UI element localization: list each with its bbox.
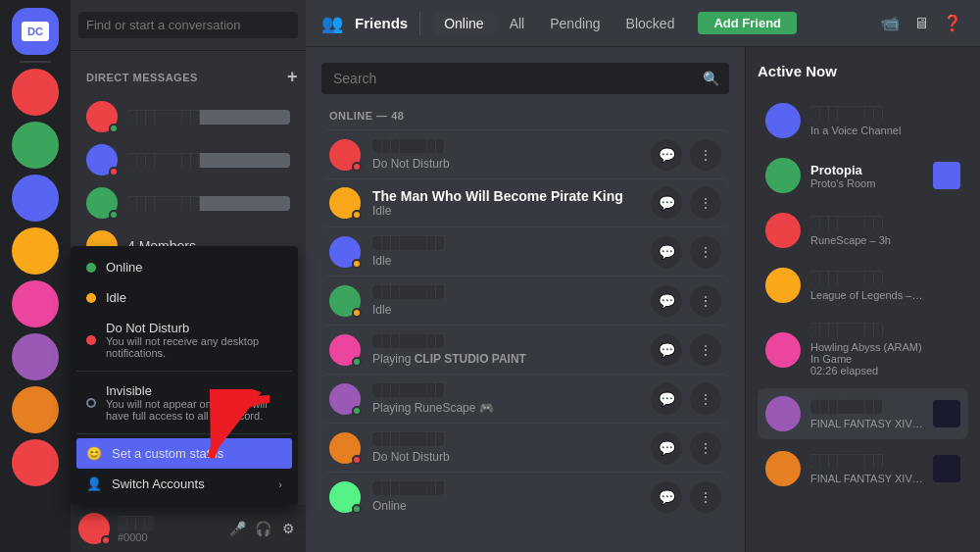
dm-name: ████████ <box>127 110 290 125</box>
active-item[interactable]: ████████ FINAL FANTASY XIV – 1m <box>758 443 968 494</box>
ctx-custom-status[interactable]: 😊 Set a custom status <box>76 438 292 469</box>
friend-item[interactable]: The Man Who Will Become Pirate King Idle… <box>321 178 729 226</box>
friend-actions: 💬 ⋮ <box>651 383 721 415</box>
server-icon-5[interactable] <box>12 280 59 327</box>
friend-item[interactable]: ████████ Playing RuneScape 🎮 💬 ⋮ <box>321 374 729 423</box>
dm-add-button[interactable]: + <box>287 67 298 87</box>
tab-blocked[interactable]: Blocked <box>614 12 687 35</box>
add-friend-button[interactable]: Add Friend <box>698 12 797 34</box>
friend-item[interactable]: ████████ Idle 💬 ⋮ <box>321 276 729 325</box>
active-name: ████████ <box>810 399 883 414</box>
avatar-wrap <box>765 332 801 368</box>
avatar-wrap <box>86 144 118 176</box>
more-button[interactable]: ⋮ <box>690 432 721 464</box>
context-menu: Online Idle Do Not Disturb You will not … <box>71 246 298 505</box>
dm-item[interactable]: ████████ <box>78 138 298 181</box>
ctx-switch-accounts[interactable]: 👤 Switch Accounts › <box>76 469 292 499</box>
friend-item[interactable]: ████████ Do Not Disturb 💬 ⋮ <box>321 423 729 472</box>
ctx-custom-label: Set a custom status <box>112 446 223 461</box>
game-icon <box>933 336 960 364</box>
friend-status: Playing RuneScape 🎮 <box>372 401 639 415</box>
ctx-dnd[interactable]: Do Not Disturb You will not receive any … <box>76 313 292 367</box>
tab-all[interactable]: All <box>498 12 537 35</box>
server-icon-4[interactable] <box>12 227 59 275</box>
video-icon[interactable]: 📹 <box>878 12 902 35</box>
message-button[interactable]: 💬 <box>651 236 682 268</box>
server-icon-3[interactable] <box>12 175 59 222</box>
message-button[interactable]: 💬 <box>651 187 682 219</box>
active-status: League of Legends – 2m <box>810 289 923 301</box>
server-icon-1[interactable] <box>12 69 59 116</box>
friends-search-input[interactable] <box>321 63 729 94</box>
friend-item[interactable]: ████████ Online 💬 ⋮ <box>321 472 729 521</box>
friend-item[interactable]: ████████ Do Not Disturb 💬 ⋮ <box>321 129 729 178</box>
active-item[interactable]: ████████ League of Legends – 2m <box>758 260 968 311</box>
active-info: ████████ In a Voice Channel <box>810 106 923 136</box>
more-button[interactable]: ⋮ <box>690 481 721 513</box>
message-button[interactable]: 💬 <box>651 334 682 366</box>
more-button[interactable]: ⋮ <box>690 285 721 317</box>
message-button[interactable]: 💬 <box>651 285 682 317</box>
more-button[interactable]: ⋮ <box>690 187 721 219</box>
message-button[interactable]: 💬 <box>651 432 682 464</box>
active-avatar <box>765 268 801 303</box>
more-button[interactable]: ⋮ <box>690 236 721 268</box>
ctx-invisible-label: Invisible <box>106 383 282 398</box>
friend-info: ████████ Do Not Disturb <box>372 138 639 171</box>
friend-name: ████████ <box>372 284 445 299</box>
avatar-wrap <box>329 285 361 317</box>
more-button[interactable]: ⋮ <box>690 334 721 366</box>
tab-online[interactable]: Online <box>432 12 495 35</box>
active-item[interactable]: ████████ RuneScape – 3h <box>758 205 968 256</box>
active-status: Proto's Room <box>810 177 923 189</box>
dm-item[interactable]: ████████ <box>78 95 298 138</box>
active-item[interactable]: ████████ Howling Abyss (ARAM)In Game02:2… <box>758 315 968 384</box>
more-button[interactable]: ⋮ <box>690 383 721 415</box>
active-status: RuneScape – 3h <box>810 234 923 246</box>
switch-icon: 👤 <box>86 477 102 491</box>
server-sidebar: DC <box>0 0 71 552</box>
dm-section-label: DIRECT MESSAGES <box>86 72 198 83</box>
ctx-online[interactable]: Online <box>76 252 292 282</box>
active-item[interactable]: ████████ FINAL FANTASY XIV – 13m <box>758 388 968 439</box>
server-icon-2[interactable] <box>12 122 59 169</box>
active-info: ████████ FINAL FANTASY XIV – 1m <box>810 454 923 484</box>
screen-icon[interactable]: 🖥 <box>909 12 933 35</box>
search-wrapper: 🔍 <box>321 63 729 94</box>
message-button[interactable]: 💬 <box>651 139 682 171</box>
server-icon-6[interactable] <box>12 333 59 380</box>
dm-search-input[interactable] <box>78 12 298 38</box>
server-icon-7[interactable] <box>12 386 59 433</box>
ctx-idle[interactable]: Idle <box>76 282 292 313</box>
home-button[interactable]: DC <box>12 8 59 55</box>
server-icon-8[interactable] <box>12 439 59 486</box>
friend-name: ████████ <box>372 382 445 397</box>
avatar-wrap <box>765 103 801 138</box>
active-status: In a Voice Channel <box>810 125 923 136</box>
ctx-invisible[interactable]: Invisible You will not appear online, bu… <box>76 376 292 429</box>
avatar-wrap <box>329 481 361 513</box>
friend-item[interactable]: ████████ Playing CLIP STUDIO PAINT 💬 ⋮ <box>321 325 729 374</box>
settings-button[interactable]: ⚙ <box>278 519 298 538</box>
status-indicator <box>109 167 119 176</box>
active-item[interactable]: Protopia Proto's Room <box>758 150 968 201</box>
help-icon[interactable]: ❓ <box>941 12 964 35</box>
friend-item[interactable]: ████████ Idle 💬 ⋮ <box>321 226 729 276</box>
active-item[interactable]: ████████ In a Voice Channel <box>758 95 968 146</box>
invisible-dot-icon <box>86 398 96 408</box>
message-button[interactable]: 💬 <box>651 383 682 415</box>
message-button[interactable]: 💬 <box>651 481 682 513</box>
active-info: ████████ RuneScape – 3h <box>810 216 923 246</box>
friends-icon: 👥 <box>321 13 343 34</box>
friends-body: 🔍 ONLINE — 48 ████████ Do Not Disturb 💬 … <box>306 47 980 552</box>
svg-text:DC: DC <box>27 25 43 37</box>
tab-pending[interactable]: Pending <box>538 12 612 35</box>
dm-section-header: DIRECT MESSAGES + <box>71 51 306 91</box>
dm-item[interactable]: ████████ <box>78 181 298 225</box>
deafen-button[interactable]: 🎧 <box>253 519 272 538</box>
active-avatar <box>765 103 801 138</box>
active-info: Protopia Proto's Room <box>810 163 923 189</box>
mute-button[interactable]: 🎤 <box>227 519 247 538</box>
dm-name: ████████ <box>127 196 290 211</box>
more-button[interactable]: ⋮ <box>690 139 721 171</box>
